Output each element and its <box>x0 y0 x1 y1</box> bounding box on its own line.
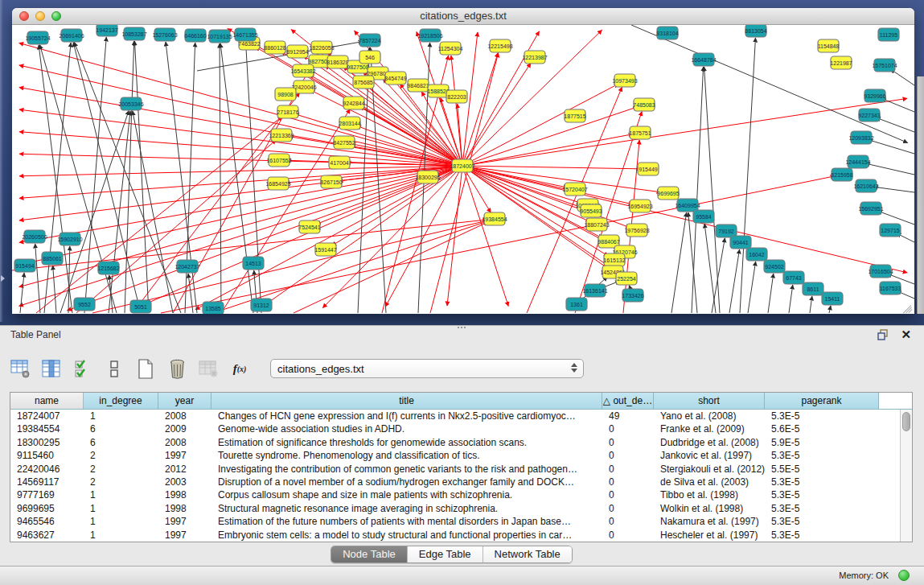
graph-node[interactable]: 12215498 <box>487 39 512 52</box>
table-row[interactable]: 969969511998Structural magnetic resonanc… <box>10 502 900 515</box>
graph-node[interactable]: 12213369 <box>269 129 294 142</box>
graph-edge[interactable] <box>462 107 637 166</box>
graph-node[interactable]: 111295 <box>878 28 899 41</box>
graph-edge[interactable] <box>704 224 716 313</box>
column-header-3[interactable]: title <box>211 393 602 409</box>
graph-edge[interactable] <box>20 273 24 313</box>
graph-node[interactable]: 9227343 <box>858 109 880 122</box>
graph-node[interactable]: 1877515 <box>564 109 585 122</box>
graph-node[interactable]: 16854925 <box>265 177 290 190</box>
graph-node[interactable]: 15751074 <box>872 59 897 72</box>
graph-node[interactable]: 15276063 <box>152 28 177 41</box>
column-header-1[interactable]: in_degree <box>84 393 158 409</box>
graph-node[interactable]: 9846821 <box>407 79 429 92</box>
graph-node[interactable]: 6466160 <box>184 29 206 42</box>
graph-edge[interactable] <box>109 111 130 313</box>
graph-edge[interactable] <box>19 166 462 265</box>
graph-edge[interactable] <box>890 69 914 85</box>
graph-node[interactable]: 1591447 <box>314 243 336 256</box>
graph-node[interactable]: 15720407 <box>562 183 587 196</box>
graph-node[interactable]: 91312 <box>251 299 272 311</box>
column-header-0[interactable]: name <box>10 393 84 409</box>
column-header-6[interactable]: pagerank <box>765 393 879 409</box>
graph-node[interactable]: 90441 <box>730 236 751 249</box>
function-builder-icon[interactable]: f(x) <box>229 358 250 379</box>
graph-edge[interactable] <box>810 296 812 313</box>
graph-node[interactable]: 7485083 <box>633 98 655 111</box>
graph-node[interactable]: 9699695 <box>657 187 679 200</box>
graph-node[interactable]: 8186328 <box>326 56 348 68</box>
window-resize-grip[interactable] <box>901 301 913 312</box>
table-selector-dropdown[interactable]: citations_edges.txt <box>270 359 584 378</box>
graph-node[interactable]: 915494 <box>14 259 35 272</box>
graph-edge[interactable] <box>53 266 56 313</box>
graph-node[interactable]: 10973493 <box>612 74 637 87</box>
graph-node[interactable]: 18807243 <box>584 218 609 231</box>
graph-node[interactable]: 8860128 <box>264 41 285 54</box>
graph-edge[interactable] <box>332 166 462 245</box>
select-columns-icon[interactable] <box>72 358 93 379</box>
graph-node[interactable]: 16954923 <box>627 200 652 212</box>
graph-node[interactable]: 1221987 <box>830 56 852 69</box>
graph-node[interactable]: 1167533 <box>880 282 901 295</box>
collapsed-results-panel-edge[interactable] <box>917 76 924 314</box>
graph-edge[interactable] <box>829 306 831 313</box>
table-row[interactable]: 911546021997Tourette syndrome. Phenomeno… <box>10 449 900 462</box>
graph-node[interactable]: 5051 <box>130 300 151 313</box>
graph-node[interactable]: 98908 <box>275 88 296 101</box>
graph-edge[interactable] <box>295 114 462 166</box>
graph-edge[interactable] <box>462 166 907 273</box>
graph-edge[interactable] <box>76 140 276 313</box>
graph-node[interactable]: 1154848 <box>818 39 840 52</box>
graph-node[interactable]: 875685 <box>353 76 374 89</box>
graph-edge[interactable] <box>462 134 633 166</box>
graph-edge[interactable] <box>125 41 134 313</box>
graph-node[interactable]: 1361 <box>566 298 587 311</box>
graph-node[interactable]: 15411 <box>822 292 843 305</box>
graph-node[interactable]: 16210643 <box>853 179 878 192</box>
graph-edge[interactable] <box>712 238 725 313</box>
table-scrollbar-thumb[interactable] <box>902 412 910 431</box>
graph-node[interactable]: 19384554 <box>482 212 507 225</box>
table-row[interactable]: 1830029562008Estimation of significance … <box>10 436 900 449</box>
graph-node[interactable]: 14513 <box>243 257 264 270</box>
graph-edge[interactable] <box>729 249 740 313</box>
graph-node[interactable]: 8813054 <box>745 25 766 37</box>
graph-node[interactable]: 20260500 <box>22 230 47 243</box>
graph-edge[interactable] <box>36 117 282 313</box>
graph-edge[interactable] <box>19 132 462 166</box>
delete-columns-icon[interactable] <box>166 358 187 379</box>
graph-node[interactable]: 14671355 <box>232 28 257 41</box>
graph-node[interactable]: 13585 <box>203 302 224 314</box>
graph-node[interactable]: 17016504 <box>868 265 893 278</box>
graph-node[interactable]: 18300295 <box>415 171 440 183</box>
row-height-icon[interactable] <box>104 358 125 379</box>
collapsed-control-panel-arrow[interactable] <box>1 275 5 282</box>
table-row[interactable]: 946554611997Estimation of the future num… <box>10 515 900 528</box>
close-panel-icon[interactable]: ✕ <box>901 328 911 342</box>
graph-node[interactable]: 15902910 <box>57 233 82 245</box>
graph-node[interactable]: 9552 <box>74 298 95 311</box>
graph-node[interactable]: 1942137 <box>96 25 117 36</box>
graph-node[interactable]: 2803144 <box>339 117 360 130</box>
graph-node[interactable]: 1875751 <box>629 126 651 139</box>
graph-node[interactable]: 15692951 <box>858 202 883 215</box>
graph-edge[interactable] <box>877 211 914 225</box>
float-panel-icon[interactable] <box>877 329 889 340</box>
create-column-icon[interactable] <box>135 358 156 379</box>
graph-node[interactable]: 129715 <box>880 224 901 237</box>
graph-node[interactable]: 1615132 <box>603 253 625 266</box>
graph-node[interactable]: 20053346 <box>118 97 143 110</box>
graph-node[interactable]: 16648784 <box>691 53 716 66</box>
graph-edge[interactable] <box>876 117 914 132</box>
network-canvas[interactable]: 1872400718300295193845547463822886012889… <box>12 25 914 314</box>
table-mode-icon[interactable] <box>10 358 31 379</box>
graph-edge[interactable] <box>294 222 488 313</box>
graph-edge[interactable] <box>220 43 221 313</box>
graph-node[interactable]: 8318104 <box>656 27 678 39</box>
column-header-5[interactable]: short <box>654 393 765 409</box>
graph-node[interactable]: 95584 <box>693 210 714 223</box>
graph-node[interactable]: 12444154 <box>845 155 870 168</box>
graph-node[interactable]: 9242844 <box>343 97 364 109</box>
graph-edge[interactable] <box>44 43 71 313</box>
